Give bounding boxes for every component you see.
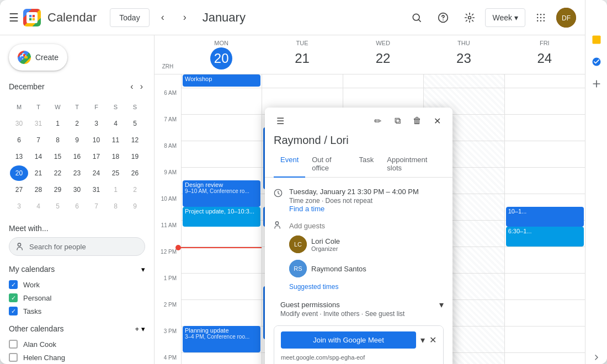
day-header-thu[interactable]: THU 23 xyxy=(423,35,504,74)
event-design-review[interactable]: Design review 9–10 AM, Conference ro... xyxy=(183,180,260,207)
guest-permissions-label: Guest permissions xyxy=(280,301,340,309)
gmeet-link[interactable]: meet.google.com/spg-egha-eof xyxy=(274,354,443,363)
event-fri-2[interactable]: 6:30–1... xyxy=(506,227,584,247)
join-google-meet-button[interactable]: Join with Google Meet xyxy=(281,331,416,349)
svg-point-6 xyxy=(540,13,542,15)
popup-trash-icon[interactable]: 🗑 xyxy=(408,112,426,130)
my-calendars-header[interactable]: My calendars ▾ xyxy=(9,265,145,274)
calendar-item-personal[interactable]: ✓ Personal xyxy=(9,291,145,304)
calendar-item-work[interactable]: ✓ Work xyxy=(9,278,145,291)
other-calendars-collapse-icon[interactable]: ▾ xyxy=(141,325,145,333)
work-label: Work xyxy=(23,281,40,289)
right-panel xyxy=(585,0,607,364)
event-workshop[interactable]: Workshop xyxy=(183,74,260,87)
search-people-placeholder: Search for people xyxy=(29,243,86,251)
popup-guests-row: LC Lori Cole Organizer RS xyxy=(265,216,452,296)
guest-lori: LC Lori Cole Organizer xyxy=(289,232,444,256)
my-calendars-collapse-icon[interactable]: ▾ xyxy=(141,265,145,274)
tasks-checkbox[interactable]: ✓ xyxy=(9,307,18,315)
week-view-button[interactable]: Week ▾ xyxy=(485,8,525,27)
svg-rect-20 xyxy=(21,56,24,58)
helen-checkbox[interactable] xyxy=(9,353,18,362)
google-meet-section: Join with Google Meet ▾ ✕ meet.google.co… xyxy=(274,325,444,364)
right-panel-icon-1[interactable] xyxy=(590,33,603,46)
right-panel-icon-2[interactable] xyxy=(590,55,603,68)
mini-cal-next[interactable]: › xyxy=(138,79,145,94)
personal-checkbox[interactable]: ✓ xyxy=(9,293,18,302)
suggested-times-link[interactable]: Suggested times xyxy=(289,281,444,293)
guest-raymond-avatar: RS xyxy=(289,260,307,277)
guest-raymond: RS Raymond Santos xyxy=(289,256,444,281)
search-icon[interactable] xyxy=(406,7,428,29)
gmeet-chevron-icon[interactable]: ▾ xyxy=(420,335,425,345)
popup-tab-out-of-office[interactable]: Out of office xyxy=(305,151,352,178)
guest-lori-avatar: LC xyxy=(289,235,307,253)
day-header-mon[interactable]: MON 20 xyxy=(181,35,262,74)
hamburger-menu-icon[interactable]: ☰ xyxy=(9,11,19,24)
day-col-mon[interactable]: Workshop xyxy=(181,74,262,364)
svg-text:RS: RS xyxy=(294,265,302,272)
gmeet-close-icon[interactable]: ✕ xyxy=(429,335,436,345)
month-title: January xyxy=(203,10,246,25)
app-title: Calendar xyxy=(47,10,97,25)
calendar-item-helen[interactable]: Helen Chang xyxy=(9,351,145,364)
day-header-tue[interactable]: TUE 21 xyxy=(262,35,342,74)
popup-datetime-row: Tuesday, January 21 3:30 PM – 4:00 PM Ti… xyxy=(265,184,452,216)
permissions-collapse-button[interactable]: ▾ xyxy=(439,299,444,310)
calendar-item-alan[interactable]: Alan Cook xyxy=(9,338,145,351)
find-time-link[interactable]: Find a time xyxy=(289,205,444,213)
tasks-label: Tasks xyxy=(23,307,41,315)
today-button[interactable]: Today xyxy=(110,8,149,27)
popup-copy-icon[interactable]: ⧉ xyxy=(388,112,406,130)
svg-rect-21 xyxy=(24,56,28,58)
popup-tab-event[interactable]: Event xyxy=(274,151,305,178)
right-panel-add-icon[interactable] xyxy=(590,77,603,90)
svg-point-13 xyxy=(544,20,545,22)
svg-point-9 xyxy=(540,17,542,18)
user-avatar[interactable]: DF xyxy=(556,8,576,28)
event-planning-update[interactable]: Planning update 3–4 PM, Conference roo..… xyxy=(183,326,260,352)
popup-menu-icon[interactable]: ☰ xyxy=(271,112,289,130)
popup-tab-appointment[interactable]: Appointment slots xyxy=(380,151,444,178)
timezone-label: ZRH xyxy=(162,63,174,69)
right-panel-chevron-icon[interactable] xyxy=(590,351,603,364)
popup-edit-icon[interactable]: ✏ xyxy=(369,112,386,130)
help-icon[interactable] xyxy=(432,7,454,29)
svg-point-12 xyxy=(540,20,542,22)
calendar-item-tasks[interactable]: ✓ Tasks xyxy=(9,304,145,318)
popup-datetime: Tuesday, January 21 3:30 PM – 4:00 PM xyxy=(289,188,444,196)
other-calendars-add-icon[interactable]: + xyxy=(135,325,139,333)
popup-close-icon[interactable]: ✕ xyxy=(428,112,446,130)
other-calendars-title: Other calendars xyxy=(9,324,64,333)
popup-timezone: Time zone · Does not repeat xyxy=(289,197,444,205)
svg-point-22 xyxy=(18,243,20,246)
day-col-fri[interactable]: 10–1... 6:30–1... xyxy=(504,74,585,364)
left-sidebar: Create December ‹ › MTW xyxy=(0,35,155,364)
day-header-fri[interactable]: FRI 24 xyxy=(504,35,585,74)
day-headers: ZRH MON 20 TUE 21 WED 22 THU xyxy=(155,35,585,74)
event-detail-popup: ☰ ✏ ⧉ 🗑 ✕ Raymond / Lori Event xyxy=(265,108,452,364)
add-guests-input[interactable] xyxy=(289,220,444,232)
alan-label: Alan Cook xyxy=(23,340,56,349)
svg-rect-0 xyxy=(26,12,38,23)
svg-point-10 xyxy=(544,17,545,18)
settings-icon[interactable] xyxy=(459,7,481,29)
alan-checkbox[interactable] xyxy=(9,340,18,349)
svg-point-5 xyxy=(537,13,539,15)
svg-text:DF: DF xyxy=(562,14,571,22)
event-project-update[interactable]: Project update, 10–10:3... xyxy=(183,207,260,227)
apps-grid-icon[interactable] xyxy=(530,7,552,29)
day-header-wed[interactable]: WED 22 xyxy=(343,35,423,74)
popup-tab-task[interactable]: Task xyxy=(353,151,381,178)
search-people-input[interactable]: Search for people xyxy=(9,237,145,256)
svg-point-3 xyxy=(443,19,444,20)
event-fri-1[interactable]: 10–1... xyxy=(506,207,584,227)
next-nav-button[interactable]: › xyxy=(176,9,194,26)
create-button[interactable]: Create xyxy=(9,44,67,71)
other-calendars-header[interactable]: Other calendars + ▾ xyxy=(9,324,145,333)
mini-cal-prev[interactable]: ‹ xyxy=(128,79,135,94)
svg-rect-29 xyxy=(592,36,600,44)
prev-nav-button[interactable]: ‹ xyxy=(154,9,172,26)
work-checkbox[interactable]: ✓ xyxy=(9,280,18,289)
my-calendars-title: My calendars xyxy=(9,265,55,274)
